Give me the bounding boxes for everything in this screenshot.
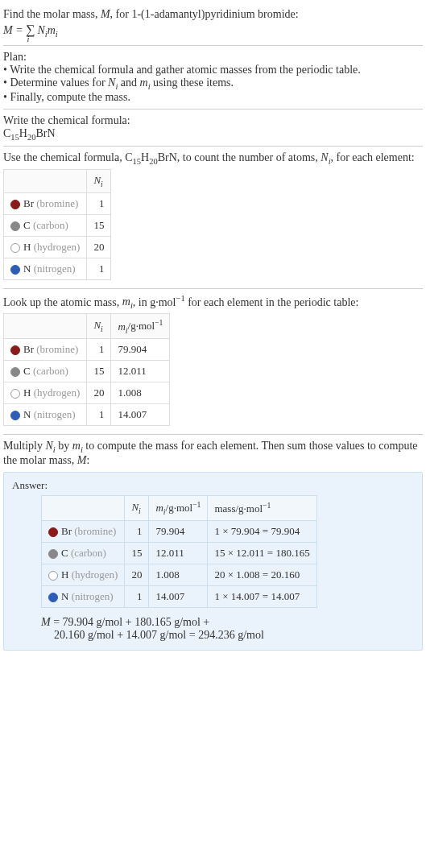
cell-ni: 15 bbox=[87, 361, 111, 382]
write-formula-heading: Write the chemical formula: bbox=[3, 114, 423, 127]
table-row: Br (bromine) 1 79.904 1 × 79.904 = 79.90… bbox=[42, 520, 317, 542]
el-symbol: H bbox=[23, 386, 31, 399]
var-ni: Ni bbox=[108, 76, 118, 89]
el-name: (bromine) bbox=[36, 197, 78, 209]
cell-ni: 1 bbox=[87, 258, 111, 279]
chem-h-n: 20 bbox=[27, 132, 36, 141]
cell-element: H (hydrogen) bbox=[4, 236, 87, 258]
col-ni: Ni bbox=[87, 170, 111, 193]
intro-mid: , for 1-(1-adamantyl)pyridinium bromide: bbox=[110, 8, 299, 20]
cell-mi: 12.011 bbox=[111, 361, 170, 382]
col-mi: mi/g·mol−1 bbox=[149, 495, 208, 520]
cell-element: Br (bromine) bbox=[4, 339, 87, 361]
table-header-row: Ni bbox=[4, 170, 111, 193]
el-name: (carbon) bbox=[33, 365, 68, 377]
final-equation: M = 79.904 g/mol + 180.165 g/mol + 20.16… bbox=[41, 616, 414, 642]
plan-b2-mid: and bbox=[118, 76, 139, 89]
el-name: (carbon) bbox=[71, 547, 106, 559]
cell-ni: 1 bbox=[125, 585, 149, 607]
cell-ni: 20 bbox=[87, 382, 111, 404]
el-name: (nitrogen) bbox=[34, 262, 76, 275]
atomic-mass-table: Ni mi/g·mol−1 Br (bromine) 1 79.904 C (c… bbox=[3, 313, 170, 426]
table-row: H (hydrogen) 20 1.008 20 × 1.008 = 20.16… bbox=[42, 564, 317, 585]
mass-post: for each element in the periodic table: bbox=[185, 296, 359, 308]
el-symbol: C bbox=[23, 365, 31, 377]
table-row: H (hydrogen) 20 1.008 bbox=[4, 382, 170, 404]
cell-ni: 1 bbox=[87, 404, 111, 426]
el-name: (nitrogen) bbox=[72, 590, 114, 602]
mass-text: Look up the atomic mass, mi, in g·mol−1 … bbox=[3, 294, 423, 310]
table-row: Br (bromine) 1 bbox=[4, 192, 111, 214]
cell-ni: 1 bbox=[125, 520, 149, 542]
chem-c-n: 15 bbox=[10, 132, 19, 141]
swatch-icon bbox=[10, 265, 20, 275]
intro-section: Find the molar mass, M, for 1-(1-adamant… bbox=[3, 3, 423, 46]
answer-box: Answer: Ni mi/g·mol−1 mass/g·mol−1 Br (b… bbox=[3, 472, 423, 651]
el-name: (nitrogen) bbox=[34, 408, 76, 420]
cell-mi: 12.011 bbox=[149, 542, 208, 564]
plan-bullet-1: • Write the chemical formula and gather … bbox=[3, 64, 423, 76]
swatch-icon bbox=[10, 221, 20, 231]
table-row: C (carbon) 15 12.011 bbox=[4, 361, 170, 382]
el-symbol: C bbox=[61, 547, 68, 559]
molar-mass-formula: M = ∑iNimi bbox=[3, 23, 423, 39]
answer-label: Answer: bbox=[12, 479, 414, 492]
table-row: C (carbon) 15 12.011 15 × 12.011 = 180.1… bbox=[42, 542, 317, 564]
cell-element: C (carbon) bbox=[42, 542, 125, 564]
answer-table: Ni mi/g·mol−1 mass/g·mol−1 Br (bromine) … bbox=[41, 495, 317, 608]
plan-b2-post: using these items. bbox=[151, 76, 234, 89]
formula-lhs: M = bbox=[3, 24, 26, 36]
table-row: Br (bromine) 1 79.904 bbox=[4, 339, 170, 361]
cell-mi: 1.008 bbox=[111, 382, 170, 404]
mult-pre: Multiply bbox=[3, 440, 46, 452]
col-element bbox=[4, 170, 87, 193]
el-name: (hydrogen) bbox=[34, 386, 81, 399]
table-row: N (nitrogen) 1 14.007 bbox=[4, 404, 170, 426]
var-ni-3: Ni bbox=[46, 440, 56, 452]
swatch-icon bbox=[48, 571, 58, 581]
chemical-formula-inline: C15H20BrN bbox=[125, 151, 177, 163]
count-mid: , to count the number of atoms, bbox=[177, 151, 321, 163]
count-section: Use the chemical formula, C15H20BrN, to … bbox=[3, 147, 423, 288]
cell-mi: 14.007 bbox=[111, 404, 170, 426]
write-formula-section: Write the chemical formula: C15H20BrN bbox=[3, 110, 423, 147]
answer-inner: Ni mi/g·mol−1 mass/g·mol−1 Br (bromine) … bbox=[12, 495, 414, 642]
el-name: (hydrogen) bbox=[72, 568, 118, 581]
plan-bullet-2: • Determine values for Ni and mi using t… bbox=[3, 76, 423, 91]
swatch-icon bbox=[10, 200, 20, 209]
cell-element: H (hydrogen) bbox=[42, 564, 125, 585]
cell-ni: 20 bbox=[87, 236, 111, 258]
table-header-row: Ni mi/g·mol−1 bbox=[4, 314, 170, 339]
cell-ni: 20 bbox=[125, 564, 149, 585]
intro-pre: Find the molar mass, bbox=[3, 8, 101, 20]
chem-c: C bbox=[3, 127, 10, 139]
el-symbol: H bbox=[23, 241, 31, 253]
chem-tail: BrN bbox=[35, 127, 55, 139]
plan-bullet-3: • Finally, compute the mass. bbox=[3, 91, 423, 104]
col-mass-pre: mass/g·mol bbox=[214, 502, 263, 515]
col-mass: mass/g·mol−1 bbox=[208, 495, 316, 520]
plan-b2-pre: • Determine values for bbox=[3, 76, 108, 89]
col-element bbox=[42, 495, 125, 520]
cell-element: H (hydrogen) bbox=[4, 382, 87, 404]
table-row: C (carbon) 15 bbox=[4, 214, 111, 236]
cell-mass: 15 × 12.011 = 180.165 bbox=[208, 542, 316, 564]
var-m: M bbox=[101, 8, 110, 20]
el-symbol: C bbox=[23, 219, 31, 231]
plan-heading: Plan: bbox=[3, 51, 423, 64]
exp-neg1: −1 bbox=[176, 294, 184, 303]
cell-mi: 79.904 bbox=[149, 520, 208, 542]
el-symbol: N bbox=[23, 408, 31, 420]
el-symbol: H bbox=[61, 568, 68, 581]
multiply-section: Multiply Ni by mi to compute the mass fo… bbox=[3, 435, 423, 469]
mass-section: Look up the atomic mass, mi, in g·mol−1 … bbox=[3, 289, 423, 435]
cell-ni: 1 bbox=[87, 339, 111, 361]
cell-element: Br (bromine) bbox=[4, 192, 87, 214]
final1-text: = 79.904 g/mol + 180.165 g/mol + bbox=[51, 616, 210, 628]
cell-element: Br (bromine) bbox=[42, 520, 125, 542]
el-name: (bromine) bbox=[36, 343, 78, 355]
cell-mass: 1 × 79.904 = 79.904 bbox=[208, 520, 316, 542]
formula-ni: Ni bbox=[37, 24, 47, 36]
cell-mass: 1 × 14.007 = 14.007 bbox=[208, 585, 316, 607]
swatch-icon bbox=[10, 389, 20, 399]
